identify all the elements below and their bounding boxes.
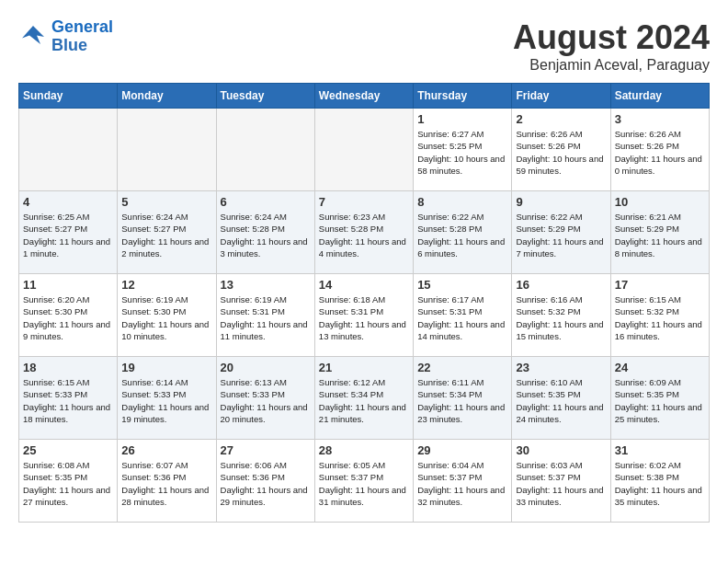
calendar-cell: 7Sunrise: 6:23 AM Sunset: 5:28 PM Daylig… bbox=[314, 191, 413, 274]
day-number: 14 bbox=[319, 278, 409, 292]
day-info: Sunrise: 6:27 AM Sunset: 5:25 PM Dayligh… bbox=[417, 128, 507, 177]
title-block: August 2024 Benjamin Aceval, Paraguay bbox=[513, 18, 710, 74]
day-info: Sunrise: 6:19 AM Sunset: 5:30 PM Dayligh… bbox=[121, 293, 211, 342]
day-info: Sunrise: 6:19 AM Sunset: 5:31 PM Dayligh… bbox=[221, 293, 311, 342]
calendar-cell: 13Sunrise: 6:19 AM Sunset: 5:31 PM Dayli… bbox=[216, 274, 314, 357]
logo-general: General bbox=[51, 17, 113, 36]
day-number: 16 bbox=[516, 278, 606, 292]
col-friday: Friday bbox=[512, 84, 610, 109]
day-number: 29 bbox=[417, 443, 507, 457]
day-info: Sunrise: 6:17 AM Sunset: 5:31 PM Dayligh… bbox=[417, 293, 507, 342]
calendar-cell: 20Sunrise: 6:13 AM Sunset: 5:33 PM Dayli… bbox=[216, 357, 314, 440]
calendar-cell: 2Sunrise: 6:26 AM Sunset: 5:26 PM Daylig… bbox=[512, 109, 610, 191]
svg-marker-0 bbox=[22, 26, 44, 44]
calendar-cell: 10Sunrise: 6:21 AM Sunset: 5:29 PM Dayli… bbox=[610, 191, 709, 274]
day-number: 26 bbox=[121, 443, 211, 457]
day-number: 10 bbox=[615, 195, 705, 209]
day-number: 18 bbox=[23, 361, 113, 374]
day-info: Sunrise: 6:26 AM Sunset: 5:26 PM Dayligh… bbox=[615, 128, 705, 177]
calendar-cell: 14Sunrise: 6:18 AM Sunset: 5:31 PM Dayli… bbox=[314, 274, 413, 357]
day-number: 12 bbox=[121, 278, 211, 292]
day-info: Sunrise: 6:02 AM Sunset: 5:38 PM Dayligh… bbox=[615, 459, 705, 508]
calendar-cell: 11Sunrise: 6:20 AM Sunset: 5:30 PM Dayli… bbox=[19, 274, 118, 357]
day-number: 31 bbox=[615, 443, 705, 457]
day-info: Sunrise: 6:18 AM Sunset: 5:31 PM Dayligh… bbox=[319, 293, 409, 342]
day-number: 25 bbox=[23, 443, 113, 457]
day-number: 17 bbox=[615, 278, 705, 292]
day-info: Sunrise: 6:04 AM Sunset: 5:37 PM Dayligh… bbox=[417, 459, 507, 508]
calendar-cell: 26Sunrise: 6:07 AM Sunset: 5:36 PM Dayli… bbox=[118, 440, 216, 523]
day-number: 13 bbox=[221, 278, 311, 292]
day-number: 24 bbox=[615, 361, 705, 374]
calendar-table: Sunday Monday Tuesday Wednesday Thursday… bbox=[18, 83, 710, 523]
calendar-cell: 30Sunrise: 6:03 AM Sunset: 5:37 PM Dayli… bbox=[512, 440, 610, 523]
month-year: August 2024 bbox=[513, 18, 710, 57]
day-number: 3 bbox=[615, 112, 705, 126]
location: Benjamin Aceval, Paraguay bbox=[513, 57, 710, 74]
day-info: Sunrise: 6:20 AM Sunset: 5:30 PM Dayligh… bbox=[23, 293, 113, 342]
calendar-cell: 22Sunrise: 6:11 AM Sunset: 5:34 PM Dayli… bbox=[414, 357, 512, 440]
col-tuesday: Tuesday bbox=[216, 84, 314, 109]
day-info: Sunrise: 6:22 AM Sunset: 5:29 PM Dayligh… bbox=[516, 211, 606, 259]
week-row-3: 11Sunrise: 6:20 AM Sunset: 5:30 PM Dayli… bbox=[19, 274, 710, 357]
calendar-cell: 28Sunrise: 6:05 AM Sunset: 5:37 PM Dayli… bbox=[314, 440, 413, 523]
calendar-cell: 23Sunrise: 6:10 AM Sunset: 5:35 PM Dayli… bbox=[512, 357, 610, 440]
day-info: Sunrise: 6:10 AM Sunset: 5:35 PM Dayligh… bbox=[516, 376, 606, 425]
calendar-cell: 27Sunrise: 6:06 AM Sunset: 5:36 PM Dayli… bbox=[216, 440, 314, 523]
calendar-cell: 18Sunrise: 6:15 AM Sunset: 5:33 PM Dayli… bbox=[19, 357, 118, 440]
calendar-cell: 5Sunrise: 6:24 AM Sunset: 5:27 PM Daylig… bbox=[118, 191, 216, 274]
day-info: Sunrise: 6:24 AM Sunset: 5:27 PM Dayligh… bbox=[121, 211, 211, 259]
week-row-1: 1Sunrise: 6:27 AM Sunset: 5:25 PM Daylig… bbox=[19, 109, 710, 191]
calendar-body: 1Sunrise: 6:27 AM Sunset: 5:25 PM Daylig… bbox=[19, 109, 710, 523]
calendar-cell: 17Sunrise: 6:15 AM Sunset: 5:32 PM Dayli… bbox=[610, 274, 709, 357]
day-info: Sunrise: 6:14 AM Sunset: 5:33 PM Dayligh… bbox=[121, 376, 211, 425]
day-number: 21 bbox=[319, 361, 409, 374]
day-info: Sunrise: 6:24 AM Sunset: 5:28 PM Dayligh… bbox=[221, 211, 311, 259]
calendar-cell: 6Sunrise: 6:24 AM Sunset: 5:28 PM Daylig… bbox=[216, 191, 314, 274]
day-number: 7 bbox=[319, 195, 409, 209]
day-info: Sunrise: 6:15 AM Sunset: 5:32 PM Dayligh… bbox=[615, 293, 705, 342]
col-monday: Monday bbox=[118, 84, 216, 109]
day-info: Sunrise: 6:26 AM Sunset: 5:26 PM Dayligh… bbox=[516, 128, 606, 177]
logo-icon bbox=[18, 22, 48, 52]
day-number: 5 bbox=[121, 195, 211, 209]
day-info: Sunrise: 6:06 AM Sunset: 5:36 PM Dayligh… bbox=[221, 459, 311, 508]
day-info: Sunrise: 6:21 AM Sunset: 5:29 PM Dayligh… bbox=[615, 211, 705, 259]
day-info: Sunrise: 6:03 AM Sunset: 5:37 PM Dayligh… bbox=[516, 459, 606, 508]
day-number: 2 bbox=[516, 112, 606, 126]
col-thursday: Thursday bbox=[414, 84, 512, 109]
calendar-cell: 9Sunrise: 6:22 AM Sunset: 5:29 PM Daylig… bbox=[512, 191, 610, 274]
logo-text: General Blue bbox=[51, 18, 113, 55]
calendar-cell: 1Sunrise: 6:27 AM Sunset: 5:25 PM Daylig… bbox=[414, 109, 512, 191]
calendar-cell: 8Sunrise: 6:22 AM Sunset: 5:28 PM Daylig… bbox=[414, 191, 512, 274]
calendar-cell: 29Sunrise: 6:04 AM Sunset: 5:37 PM Dayli… bbox=[414, 440, 512, 523]
day-number: 4 bbox=[23, 195, 113, 209]
calendar-cell bbox=[118, 109, 216, 191]
day-number: 22 bbox=[417, 361, 507, 374]
day-info: Sunrise: 6:15 AM Sunset: 5:33 PM Dayligh… bbox=[23, 376, 113, 425]
calendar-cell bbox=[314, 109, 413, 191]
day-info: Sunrise: 6:05 AM Sunset: 5:37 PM Dayligh… bbox=[319, 459, 409, 508]
calendar-cell: 19Sunrise: 6:14 AM Sunset: 5:33 PM Dayli… bbox=[118, 357, 216, 440]
day-info: Sunrise: 6:11 AM Sunset: 5:34 PM Dayligh… bbox=[417, 376, 507, 425]
calendar-cell: 4Sunrise: 6:25 AM Sunset: 5:27 PM Daylig… bbox=[19, 191, 118, 274]
day-info: Sunrise: 6:16 AM Sunset: 5:32 PM Dayligh… bbox=[516, 293, 606, 342]
day-info: Sunrise: 6:25 AM Sunset: 5:27 PM Dayligh… bbox=[23, 211, 113, 259]
calendar-cell: 15Sunrise: 6:17 AM Sunset: 5:31 PM Dayli… bbox=[414, 274, 512, 357]
col-wednesday: Wednesday bbox=[314, 84, 413, 109]
day-number: 28 bbox=[319, 443, 409, 457]
calendar-cell bbox=[19, 109, 118, 191]
day-number: 9 bbox=[516, 195, 606, 209]
day-number: 30 bbox=[516, 443, 606, 457]
col-sunday: Sunday bbox=[19, 84, 118, 109]
col-saturday: Saturday bbox=[610, 84, 709, 109]
calendar-cell: 16Sunrise: 6:16 AM Sunset: 5:32 PM Dayli… bbox=[512, 274, 610, 357]
week-row-5: 25Sunrise: 6:08 AM Sunset: 5:35 PM Dayli… bbox=[19, 440, 710, 523]
day-number: 1 bbox=[417, 112, 507, 126]
calendar-cell: 12Sunrise: 6:19 AM Sunset: 5:30 PM Dayli… bbox=[118, 274, 216, 357]
day-info: Sunrise: 6:13 AM Sunset: 5:33 PM Dayligh… bbox=[221, 376, 311, 425]
day-number: 8 bbox=[417, 195, 507, 209]
day-number: 20 bbox=[221, 361, 311, 374]
day-info: Sunrise: 6:08 AM Sunset: 5:35 PM Dayligh… bbox=[23, 459, 113, 508]
logo: General Blue bbox=[18, 18, 113, 55]
